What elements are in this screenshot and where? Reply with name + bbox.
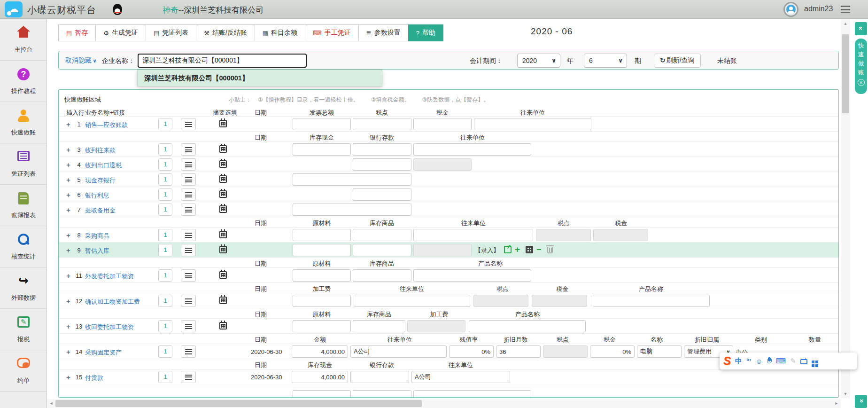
count-badge-button[interactable]: 1 [158,345,172,358]
insert-row-icon[interactable]: + [66,246,70,254]
field-input[interactable] [449,345,494,358]
business-name-link[interactable]: 外发委托加工物资 [85,272,134,281]
field-input[interactable] [353,390,411,398]
insert-row-icon[interactable]: + [66,191,70,199]
sogou-logo-icon[interactable]: S [723,354,731,368]
ime-emoji-icon[interactable]: ☺ [755,357,762,365]
ime-grid-icon[interactable] [812,361,814,363]
field-input[interactable] [353,143,411,156]
toolbar-button-暂存[interactable]: ▤暂存 [58,24,96,41]
calendar-icon[interactable] [219,322,227,330]
ime-keyboard-icon[interactable]: ⌨ [776,357,786,365]
insert-row-icon[interactable]: + [66,206,70,214]
toolbar-button-参数设置[interactable]: ≣参数设置 [358,24,409,41]
field-input[interactable] [413,229,533,241]
summary-menu-button[interactable] [181,295,196,307]
toolbar-button-帮助[interactable]: ?帮助 [408,24,443,41]
calendar-icon[interactable] [219,190,227,198]
field-input[interactable] [293,143,351,156]
insert-row-icon[interactable]: + [66,161,70,169]
toolbar-button-生成凭证[interactable]: ⚙生成凭证 [95,24,146,41]
sidebar-item-账簿报表[interactable]: 账簿报表 [0,185,47,226]
summary-menu-button[interactable] [181,244,196,256]
insert-row-icon[interactable]: + [66,348,70,356]
toolbar-button-结账/反结账[interactable]: ⚒结账/反结账 [196,24,255,41]
business-name-link[interactable]: 收回委托加工物资 [85,323,134,331]
field-input[interactable] [353,229,411,241]
summary-menu-button[interactable] [181,173,196,186]
business-name-link[interactable]: 现金存银行 [85,176,116,185]
hamburger-menu-icon[interactable] [841,6,850,13]
field-input[interactable] [353,244,411,256]
field-input[interactable] [413,118,472,130]
field-input[interactable] [293,390,351,398]
field-input[interactable] [293,118,351,130]
toolbar-button-凭证列表[interactable]: ▤凭证列表 [146,24,196,41]
calendar-icon[interactable] [219,160,227,168]
ime-punctuation-icon[interactable]: °’ [746,357,751,365]
sidebar-item-核查统计[interactable]: 核查统计 [0,226,47,267]
count-badge-button[interactable]: 1 [158,320,172,332]
summary-menu-button[interactable] [181,118,196,130]
year-select[interactable]: 2020∨ [517,54,560,68]
field-input[interactable] [474,118,591,130]
summary-menu-button[interactable] [181,269,196,282]
field-input[interactable] [637,345,682,358]
summary-menu-button[interactable] [181,371,196,383]
count-badge-button[interactable]: 1 [158,204,172,216]
count-badge-button[interactable]: 1 [158,118,172,130]
vertical-scrollbar[interactable]: ▲ ▼ [841,19,850,398]
sidebar-item-主控台[interactable]: 主控台 [0,19,47,61]
count-badge-button[interactable]: 1 [158,244,172,256]
scroll-down-arrow[interactable]: ▼ [841,390,850,398]
business-name-link[interactable]: 暂估入库 [85,247,109,255]
plus-icon[interactable] [515,246,522,253]
field-input[interactable] [593,295,710,307]
calendar-icon[interactable] [219,145,227,153]
sidebar-item-报税[interactable]: ✎报税 [0,309,47,350]
field-input[interactable] [292,371,348,383]
field-input[interactable] [590,345,635,358]
count-badge-button[interactable]: 1 [158,158,172,171]
field-input[interactable] [350,371,409,383]
sidebar-item-凭证列表[interactable]: 凭证列表 [0,143,47,185]
insert-row-icon[interactable]: + [66,272,70,280]
field-input[interactable] [496,345,541,358]
toggle-hide-link[interactable]: 取消隐藏∨ [65,56,97,65]
toolbar-button-手工凭证[interactable]: ⌨手工凭证 [305,24,359,41]
count-badge-button[interactable]: 1 [158,229,172,241]
calendar-icon[interactable] [219,175,227,183]
field-input[interactable] [293,229,351,241]
sidebar-item-操作教程[interactable]: ?操作教程 [0,61,47,102]
business-name-link[interactable]: 银行利息 [85,191,109,200]
summary-menu-button[interactable] [181,320,196,332]
business-name-link[interactable]: 确认加工物资加工费 [85,298,140,306]
business-name-link[interactable]: 采购商品 [85,232,109,240]
calendar-icon[interactable] [219,205,227,213]
ime-toolbox-icon[interactable] [800,359,807,364]
summary-menu-button[interactable] [181,158,196,171]
field-input[interactable] [293,204,411,216]
field-input[interactable] [293,244,351,256]
summary-menu-button[interactable] [181,229,196,241]
insert-row-icon[interactable]: + [66,373,70,381]
calculator-icon[interactable] [526,246,533,253]
insert-row-icon[interactable]: + [66,322,70,330]
horizontal-scrollbar[interactable]: ◄ ► [47,399,841,408]
entry-link[interactable]: 【录入】 [475,246,499,255]
ime-handwriting-icon[interactable]: ✎ [790,357,796,365]
collapse-top-button[interactable]: « [855,22,867,35]
minus-icon[interactable] [536,246,544,253]
field-input[interactable] [354,295,470,307]
field-input[interactable] [350,345,447,358]
sidebar-item-快速做账[interactable]: 快速做账 [0,102,47,143]
insert-row-icon[interactable]: + [66,231,70,239]
calendar-icon[interactable] [219,271,227,279]
trash-icon[interactable] [547,247,553,253]
insert-row-icon[interactable]: + [66,176,70,184]
scroll-right-arrow[interactable]: ► [832,399,841,408]
insert-row-icon[interactable]: + [66,297,70,305]
toolbar-button-科目余额[interactable]: ▦科目余额 [255,24,305,41]
calendar-icon[interactable] [219,297,227,304]
ime-chinese-mode-icon[interactable]: 中 [735,357,742,366]
